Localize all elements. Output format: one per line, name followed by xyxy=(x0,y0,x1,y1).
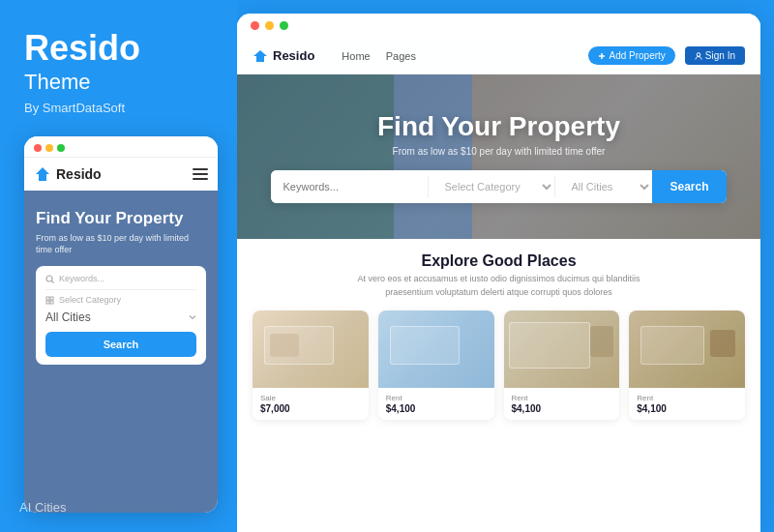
property-card-2-image xyxy=(378,310,494,388)
property-card-4[interactable]: Rent $4,100 xyxy=(629,310,745,420)
property-card-3-type: Rent xyxy=(512,394,612,402)
mobile-dot-green xyxy=(57,144,65,152)
mobile-chevron-down-icon xyxy=(189,313,196,321)
desktop-keywords-input[interactable] xyxy=(271,170,428,203)
desktop-search-bar: Select Category All Cities Search xyxy=(271,170,726,203)
svg-rect-6 xyxy=(50,301,53,304)
mobile-category-icon xyxy=(45,296,54,305)
mobile-search-button[interactable]: Search xyxy=(45,332,196,357)
mobile-hero-title: Find Your Property xyxy=(36,208,206,228)
svg-rect-4 xyxy=(50,297,53,300)
desktop-title-bar xyxy=(237,14,760,38)
mobile-dot-red xyxy=(34,144,42,152)
property-card-4-type: Rent xyxy=(637,394,737,402)
desktop-nav-actions: Add Property Sign In xyxy=(588,46,745,65)
plus-icon xyxy=(598,52,606,60)
mobile-search-divider xyxy=(45,289,196,290)
mobile-cities-label: All Cities xyxy=(45,310,91,324)
brand-by: By SmartDataSoft xyxy=(24,101,218,115)
resido-logo-icon xyxy=(34,165,51,183)
mobile-hero-sub: From as low as $10 per day with limited … xyxy=(36,232,206,256)
property-card-2-price: $4,100 xyxy=(386,403,487,414)
mobile-dot-yellow xyxy=(45,144,53,152)
nav-link-home[interactable]: Home xyxy=(342,50,370,62)
svg-line-2 xyxy=(52,281,54,282)
property-card-1-price: $7,000 xyxy=(260,403,361,414)
mobile-search-row: Keywords... xyxy=(45,274,196,283)
desktop-category-select[interactable]: Select Category xyxy=(429,170,554,203)
svg-marker-0 xyxy=(36,167,49,181)
mobile-category-placeholder: Select Category xyxy=(59,295,121,305)
user-icon xyxy=(695,52,702,60)
nav-link-pages[interactable]: Pages xyxy=(386,50,416,62)
property-card-3-price: $4,100 xyxy=(512,403,612,414)
desktop-nav-links: Home Pages xyxy=(342,50,571,62)
property-card-2[interactable]: Rent $4,100 xyxy=(378,310,494,420)
mobile-mockup: Resido Find Your Property From as low as… xyxy=(24,136,218,513)
property-card-3[interactable]: Rent $4,100 xyxy=(504,310,620,420)
left-panel: Resido Theme By SmartDataSoft Resido Fin… xyxy=(0,0,237,532)
mobile-logo: Resido xyxy=(34,165,102,183)
property-card-1-image xyxy=(253,310,369,388)
brand-title: Resido xyxy=(24,29,218,68)
ai-cities-label: AI Cities xyxy=(19,500,66,515)
desktop-dot-green xyxy=(280,21,288,30)
mobile-nav: Resido xyxy=(24,158,218,191)
desktop-logo: Resido xyxy=(253,48,314,64)
desktop-mockup: Resido Home Pages Add Property Sign In xyxy=(237,14,760,532)
explore-section: Explore Good Places At vero eos et accus… xyxy=(237,239,760,532)
property-card-1-type: Sale xyxy=(260,394,361,402)
desktop-logo-icon xyxy=(253,48,268,64)
desktop-city-select[interactable]: All Cities xyxy=(555,170,652,203)
property-card-2-type: Rent xyxy=(386,394,487,402)
mobile-search-box: Keywords... Select Category All Cities xyxy=(36,266,206,365)
property-card-1[interactable]: Sale $7,000 xyxy=(253,310,369,420)
property-card-2-info: Rent $4,100 xyxy=(378,388,494,420)
sign-in-button[interactable]: Sign In xyxy=(685,46,745,65)
mobile-title-bar xyxy=(24,136,218,158)
svg-point-10 xyxy=(697,52,700,56)
property-card-3-image xyxy=(504,310,620,388)
add-property-button[interactable]: Add Property xyxy=(588,46,674,65)
mobile-keywords-placeholder: Keywords... xyxy=(59,274,104,283)
svg-rect-3 xyxy=(46,297,49,300)
desktop-search-button[interactable]: Search xyxy=(652,170,726,203)
svg-point-1 xyxy=(46,276,52,281)
mobile-logo-text: Resido xyxy=(56,166,102,182)
property-card-1-info: Sale $7,000 xyxy=(253,388,369,420)
desktop-hero: Find Your Property From as low as $10 pe… xyxy=(237,74,760,239)
svg-rect-5 xyxy=(46,301,49,304)
mobile-search-icon xyxy=(45,275,54,283)
desktop-nav: Resido Home Pages Add Property Sign In xyxy=(237,38,760,74)
explore-title: Explore Good Places xyxy=(253,252,745,270)
brand-subtitle: Theme xyxy=(24,70,218,95)
property-card-4-info: Rent $4,100 xyxy=(629,388,745,420)
desktop-dot-yellow xyxy=(265,21,274,30)
svg-marker-7 xyxy=(253,50,267,62)
property-cards-container: Sale $7,000 Rent $4,100 Ren xyxy=(253,310,745,420)
hero-content: Find Your Property From as low as $10 pe… xyxy=(252,111,745,203)
desktop-logo-text: Resido xyxy=(273,48,314,63)
mobile-hamburger-icon[interactable] xyxy=(193,168,208,180)
mobile-cities-row: All Cities xyxy=(45,310,196,324)
mobile-hero: Find Your Property From as low as $10 pe… xyxy=(24,191,218,513)
explore-sub: At vero eos et accusamus et iusto odio d… xyxy=(335,273,664,299)
property-card-4-price: $4,100 xyxy=(637,403,737,414)
mobile-window-dots xyxy=(34,144,65,152)
desktop-dot-red xyxy=(251,21,259,30)
property-card-3-info: Rent $4,100 xyxy=(504,388,620,420)
desktop-hero-sub: From as low as $10 per day with limited … xyxy=(271,146,726,157)
mobile-category-row: Select Category xyxy=(45,295,196,305)
desktop-hero-title: Find Your Property xyxy=(271,111,726,142)
property-card-4-image xyxy=(629,310,745,388)
